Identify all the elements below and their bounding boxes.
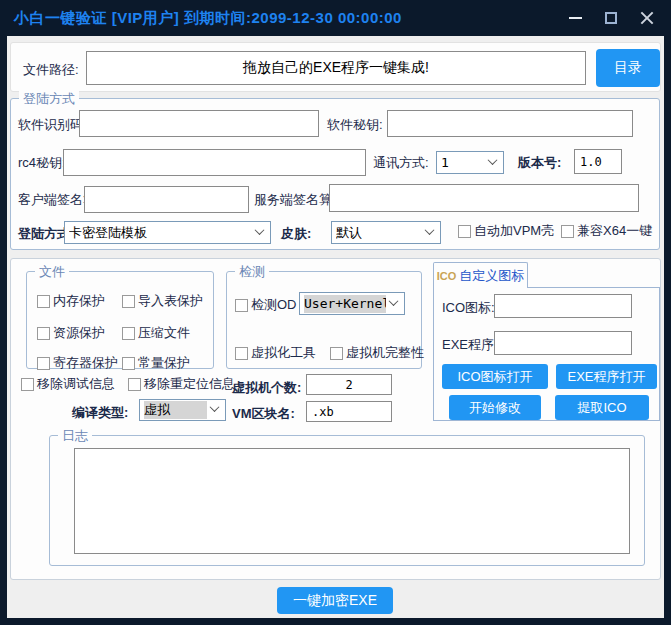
detect-group-title: 检测 <box>235 263 269 281</box>
virtualization-tool-checkbox[interactable]: 虚拟化工具 <box>235 344 316 362</box>
checkbox-box <box>122 327 135 340</box>
x64-compat-checkbox[interactable]: 兼容X64一键 <box>561 222 652 240</box>
app-window: 小白一键验证 [VIP用户] 到期时间:2099-12-30 00:00:00 … <box>0 0 671 625</box>
checkbox-box <box>330 347 343 360</box>
checkbox-box <box>122 295 135 308</box>
software-id-label: 软件识别码: <box>18 116 87 134</box>
client-area: 文件路径: 目录 登陆方式 软件识别码: 软件秘钥: rc4秘钥: 通讯方式: … <box>7 36 664 618</box>
compress-file-checkbox[interactable]: 压缩文件 <box>122 324 190 342</box>
chevron-down-icon <box>389 296 399 306</box>
open-ico-button[interactable]: ICO图标打开 <box>442 364 548 389</box>
skin-select[interactable]: 默认 <box>331 221 441 244</box>
server-sign-input[interactable] <box>329 184 639 212</box>
extract-ico-button[interactable]: 提取ICO <box>555 395 649 420</box>
minimize-icon <box>569 17 582 19</box>
file-path-input[interactable] <box>86 51 586 85</box>
client-sign-input[interactable] <box>84 186 249 213</box>
checkbox-box <box>235 299 248 312</box>
memory-protect-checkbox[interactable]: 内存保护 <box>37 292 105 310</box>
checkbox-box <box>122 357 135 370</box>
custom-icon-panel: ICO图标: EXE程序: ICO图标打开 EXE程序打开 开始修改 提取ICO <box>433 287 660 421</box>
comm-mode-select[interactable]: 1 <box>436 151 504 174</box>
log-textarea[interactable] <box>74 448 630 554</box>
custom-icon-tab-label: 自定义图标 <box>459 267 524 285</box>
software-key-input[interactable] <box>387 110 633 137</box>
compile-type-select[interactable]: 虚拟 <box>139 399 226 421</box>
chevron-down-icon <box>210 402 220 412</box>
close-button[interactable] <box>629 0 665 36</box>
login-group: 登陆方式 软件识别码: 软件秘钥: rc4秘钥: 通讯方式: 1 版本号: 客户… <box>10 98 660 250</box>
detect-od-mode-select[interactable]: User+Kernel-模 <box>299 292 405 315</box>
skin-value: 默认 <box>336 224 422 242</box>
resource-protect-checkbox[interactable]: 资源保护 <box>37 324 105 342</box>
rc4-key-input[interactable] <box>63 149 366 176</box>
detect-od-checkbox[interactable]: 检测OD <box>235 296 297 314</box>
protection-panel: 文件 内存保护 导入表保护 资源保护 压缩文件 <box>10 258 661 580</box>
file-protect-group: 文件 内存保护 导入表保护 资源保护 压缩文件 <box>26 271 214 369</box>
remove-reloc-checkbox[interactable]: 移除重定位信息 <box>128 375 235 393</box>
checkbox-box <box>21 378 34 391</box>
login-group-title: 登陆方式 <box>19 90 79 108</box>
file-path-panel: 文件路径: 目录 <box>10 42 661 92</box>
minimize-button[interactable] <box>557 0 593 36</box>
exe-path-input[interactable] <box>494 331 632 355</box>
ico-badge: ICO <box>437 270 457 282</box>
vm-section-label: VM区块名: <box>232 405 295 423</box>
open-exe-button[interactable]: EXE程序打开 <box>556 364 657 389</box>
version-label: 版本号: <box>518 154 561 172</box>
checkbox-box <box>235 347 248 360</box>
login-mode-select[interactable]: 卡密登陆模板 <box>64 221 271 244</box>
file-group-title: 文件 <box>35 263 69 281</box>
version-input[interactable] <box>574 149 622 174</box>
start-modify-button[interactable]: 开始修改 <box>449 395 541 420</box>
detect-od-mode-value: User+Kernel-模 <box>304 295 386 313</box>
detect-group: 检测 检测OD User+Kernel-模 虚拟化工具 虚拟机完整性 <box>226 271 422 369</box>
checkbox-box <box>561 225 574 238</box>
constant-protect-checkbox[interactable]: 常量保护 <box>122 354 190 372</box>
register-protect-checkbox[interactable]: 寄存器保护 <box>37 354 118 372</box>
ico-path-input[interactable] <box>494 294 632 318</box>
window-controls <box>557 0 665 36</box>
software-key-label: 软件秘钥: <box>327 116 383 134</box>
software-id-input[interactable] <box>79 110 319 137</box>
custom-icon-tab[interactable]: ICO 自定义图标 <box>433 262 528 288</box>
maximize-button[interactable] <box>593 0 629 36</box>
chevron-down-icon <box>488 155 498 165</box>
chevron-down-icon <box>425 225 435 235</box>
exe-path-label: EXE程序: <box>442 336 498 354</box>
comm-mode-value: 1 <box>441 155 485 170</box>
close-icon <box>640 11 654 25</box>
comm-mode-label: 通讯方式: <box>373 154 429 172</box>
maximize-icon <box>605 12 617 24</box>
vm-section-input[interactable] <box>306 401 392 422</box>
checkbox-box <box>458 225 471 238</box>
vm-count-label: 虚拟机个数: <box>232 379 301 397</box>
window-title: 小白一键验证 [VIP用户] 到期时间:2099-12-30 00:00:00 <box>14 9 402 28</box>
titlebar: 小白一键验证 [VIP用户] 到期时间:2099-12-30 00:00:00 <box>0 0 671 36</box>
compile-type-value: 虚拟 <box>144 401 207 419</box>
auto-vpm-checkbox[interactable]: 自动加VPM壳 <box>458 222 554 240</box>
remove-debug-checkbox[interactable]: 移除调试信息 <box>21 375 115 393</box>
file-path-label: 文件路径: <box>23 61 79 79</box>
checkbox-box <box>37 295 50 308</box>
skin-label: 皮肤: <box>281 225 311 243</box>
ico-path-label: ICO图标: <box>442 299 495 317</box>
directory-button[interactable]: 目录 <box>596 49 660 87</box>
encrypt-exe-button[interactable]: 一键加密EXE <box>277 587 393 614</box>
rc4-key-label: rc4秘钥: <box>18 154 66 172</box>
checkbox-box <box>37 357 50 370</box>
checkbox-box <box>128 378 141 391</box>
log-group-title: 日志 <box>58 427 92 445</box>
compile-type-label: 编译类型: <box>72 404 128 422</box>
import-table-protect-checkbox[interactable]: 导入表保护 <box>122 292 203 310</box>
checkbox-box <box>37 327 50 340</box>
log-group: 日志 <box>49 435 645 566</box>
vm-integrity-checkbox[interactable]: 虚拟机完整性 <box>330 344 424 362</box>
login-mode-value: 卡密登陆模板 <box>69 224 252 242</box>
vm-count-input[interactable] <box>306 374 392 395</box>
chevron-down-icon <box>255 225 265 235</box>
